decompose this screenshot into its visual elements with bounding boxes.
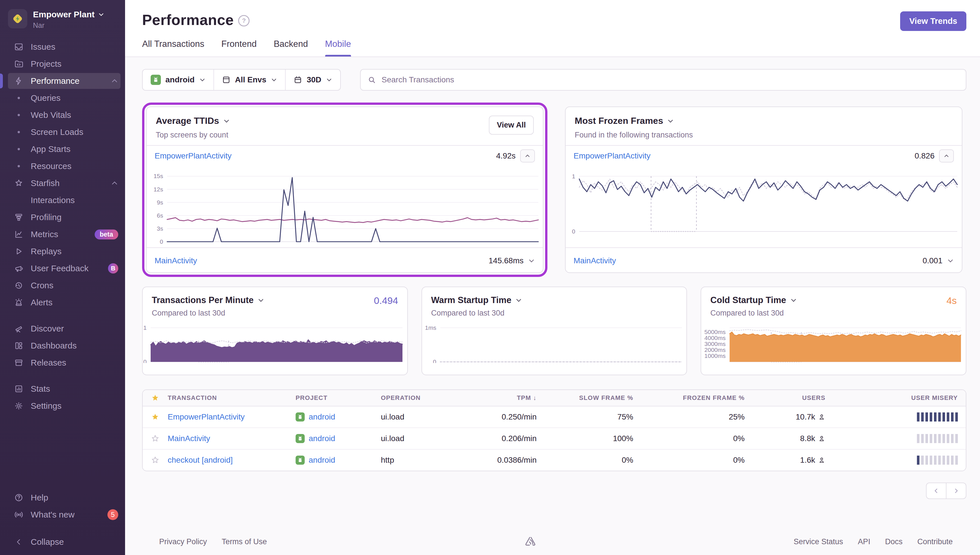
project-link[interactable]: android: [308, 412, 335, 422]
sidebar-item-stats[interactable]: Stats: [0, 380, 125, 397]
widget-title[interactable]: Warm Startup Time: [431, 295, 678, 305]
sidebar-item-crons[interactable]: Crons: [0, 277, 125, 294]
transaction-link[interactable]: MainActivity: [168, 434, 210, 443]
star-outline-icon[interactable]: [143, 456, 168, 464]
svg-text:1: 1: [572, 173, 575, 180]
date-filter[interactable]: 30D: [285, 70, 340, 90]
column-header[interactable]: FROZEN FRAME %: [641, 394, 753, 402]
tab-frontend[interactable]: Frontend: [222, 39, 257, 56]
sidebar-item-screen-loads[interactable]: Screen Loads: [0, 124, 125, 141]
widget-value: 4s: [946, 295, 957, 306]
empower-logo-icon[interactable]: [8, 9, 27, 29]
transaction-link[interactable]: checkout [android]: [168, 456, 233, 464]
frozen-frames-chart: 10: [566, 166, 962, 247]
sidebar-item-metrics[interactable]: Metricsbeta: [0, 226, 125, 243]
sidebar-item-replays[interactable]: Replays: [0, 243, 125, 260]
widget-title[interactable]: Cold Startup Time: [710, 295, 957, 305]
footer-link-api[interactable]: API: [858, 537, 870, 546]
cold-startup-chart: 1000ms2000ms3000ms4000ms5000ms: [701, 326, 966, 363]
table-row: MainActivity android ui.load 0.206/min 1…: [143, 428, 966, 450]
svg-text:1: 1: [143, 326, 147, 331]
users-cell: 1.6k: [753, 456, 833, 465]
sidebar-item-releases[interactable]: Releases: [0, 354, 125, 371]
search-transactions[interactable]: [360, 69, 966, 91]
sidebar-item-projects[interactable]: Projects: [0, 55, 125, 72]
project-link[interactable]: android: [308, 434, 335, 443]
column-header[interactable]: USERS: [753, 394, 833, 402]
sidebar-item-help[interactable]: Help: [0, 489, 125, 506]
star-filled-icon[interactable]: [143, 413, 168, 421]
transaction-link[interactable]: EmpowerPlantActivity: [168, 412, 245, 421]
column-header[interactable]: USER MISERY: [833, 394, 966, 402]
sidebar-item-dashboards[interactable]: Dashboards: [0, 337, 125, 354]
help-icon[interactable]: ?: [238, 15, 249, 26]
footer-link-service-status[interactable]: Service Status: [794, 537, 843, 546]
sort-desc-icon: ↓: [533, 394, 537, 401]
next-page-button[interactable]: [946, 483, 966, 499]
column-header[interactable]: OPERATION: [381, 394, 465, 402]
transaction-link[interactable]: MainActivity: [574, 256, 616, 265]
transaction-link[interactable]: EmpowerPlantActivity: [154, 151, 231, 160]
view-trends-button[interactable]: View Trends: [900, 11, 966, 31]
tab-mobile[interactable]: Mobile: [325, 39, 351, 56]
expand-row-button[interactable]: [947, 257, 954, 264]
footer-link-docs[interactable]: Docs: [885, 537, 903, 546]
user-icon: [818, 435, 826, 442]
widget-title[interactable]: Most Frozen Frames: [575, 115, 693, 126]
chevron-up-icon: [111, 180, 118, 187]
star-outline-icon[interactable]: [143, 434, 168, 443]
sidebar-item-discover[interactable]: Discover: [0, 320, 125, 337]
svg-text:2000ms: 2000ms: [705, 346, 726, 353]
sidebar-item-settings[interactable]: Settings: [0, 397, 125, 414]
widget-subtitle: Found in the following transactions: [575, 131, 693, 140]
project-filter[interactable]: android: [143, 70, 214, 90]
tpm-cell: 0.0386/min: [465, 456, 545, 465]
footer-link-terms-of-use[interactable]: Terms of Use: [222, 537, 267, 546]
collapse-row-button[interactable]: [520, 149, 535, 162]
sidebar-item-profiling[interactable]: Profiling: [0, 209, 125, 226]
sidebar-item-collapse[interactable]: Collapse: [0, 533, 125, 550]
column-header[interactable]: SLOW FRAME %: [545, 394, 641, 402]
sidebar-item-web-vitals[interactable]: Web Vitals: [0, 106, 125, 124]
transaction-link[interactable]: EmpowerPlantActivity: [574, 151, 651, 160]
search-icon: [368, 75, 376, 84]
previous-page-button[interactable]: [926, 483, 946, 499]
widget-title[interactable]: Average TTIDs: [156, 115, 230, 126]
sidebar-item-interactions[interactable]: Interactions: [0, 192, 125, 209]
badge: B: [108, 263, 118, 274]
column-header[interactable]: PROJECT: [296, 394, 381, 402]
star-column-header[interactable]: [143, 394, 168, 402]
chevron-down-icon: [271, 77, 277, 83]
column-header-sorted[interactable]: TPM ↓: [465, 394, 545, 402]
sidebar-item-issues[interactable]: Issues: [0, 38, 125, 55]
view-all-button[interactable]: View All: [489, 115, 534, 135]
org-switcher[interactable]: Empower Plant: [33, 10, 104, 19]
footer-link-contribute[interactable]: Contribute: [917, 537, 953, 546]
sidebar-item-performance[interactable]: Performance: [0, 72, 125, 90]
tab-backend[interactable]: Backend: [274, 39, 308, 56]
sidebar-footer: HelpWhat's new5Collapse: [0, 489, 125, 555]
footer-link-privacy-policy[interactable]: Privacy Policy: [159, 537, 207, 546]
widget-title[interactable]: Transactions Per Minute: [152, 295, 398, 305]
collapse-row-button[interactable]: [939, 149, 954, 162]
gear-icon: [14, 401, 24, 411]
user-icon: [818, 413, 826, 421]
row-value: 4.92s: [496, 151, 516, 160]
svg-text:1000ms: 1000ms: [705, 353, 726, 359]
tab-all-transactions[interactable]: All Transactions: [142, 39, 204, 56]
column-header[interactable]: TRANSACTION: [168, 394, 296, 402]
widget-subtitle: Compared to last 30d: [710, 309, 957, 318]
date-filter-value: 30D: [307, 75, 321, 84]
sidebar-item-what-s-new[interactable]: What's new5: [0, 506, 125, 523]
sidebar-item-app-starts[interactable]: App Starts: [0, 141, 125, 158]
sidebar-item-user-feedback[interactable]: User FeedbackB: [0, 260, 125, 277]
sidebar-item-alerts[interactable]: Alerts: [0, 294, 125, 311]
project-link[interactable]: android: [308, 456, 335, 465]
sidebar-item-starfish[interactable]: Starfish: [0, 175, 125, 192]
sidebar-item-resources[interactable]: Resources: [0, 158, 125, 175]
expand-row-button[interactable]: [528, 257, 535, 264]
sidebar-item-queries[interactable]: Queries: [0, 90, 125, 106]
search-input[interactable]: [381, 75, 959, 85]
environment-filter[interactable]: All Envs: [214, 70, 285, 90]
transaction-link[interactable]: MainActivity: [154, 256, 197, 265]
